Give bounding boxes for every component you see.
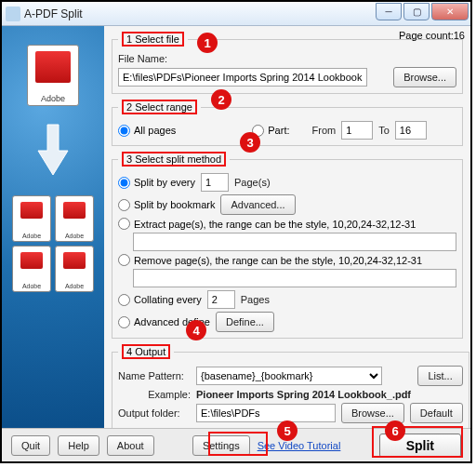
section-select-file: 1 Select file File Name: Browse... [112, 32, 463, 94]
annotation-1: 1 [197, 33, 218, 53]
legend-3: 3 Select split method [122, 152, 226, 167]
from-label: From [312, 125, 337, 136]
filename-input[interactable] [118, 68, 367, 87]
section-output: 4 Output Name Pattern: {basename}_{bookm… [112, 344, 469, 428]
outfolder-label: Output folder: [118, 407, 191, 419]
pdf-input-icon [27, 45, 79, 106]
example-label: Example: [118, 389, 191, 400]
split-every-suffix: Page(s) [234, 177, 271, 188]
define-button[interactable]: Define... [216, 312, 274, 332]
split-every-input[interactable] [201, 173, 229, 192]
client-area: Page count:16 1 Select file File Name: B… [2, 26, 470, 428]
legend-2: 2 Select range [122, 100, 197, 114]
about-button[interactable]: About [107, 435, 154, 456]
section-select-range: 2 Select range All pages Part: From To [112, 100, 463, 146]
legend-1: 1 Select file [122, 32, 184, 47]
arrow-down-icon [33, 123, 73, 179]
radio-all-pages[interactable]: All pages [118, 125, 176, 137]
radio-remove-input[interactable] [118, 254, 130, 266]
radio-extract-label: Extract page(s), the range can be the st… [134, 219, 416, 230]
collating-input[interactable] [207, 290, 235, 309]
extract-input[interactable] [133, 233, 456, 251]
maximize-button[interactable]: ▢ [403, 3, 430, 20]
window-buttons: ─ ▢ ✕ [374, 3, 469, 20]
page-count-value: 16 [454, 30, 465, 41]
browse-file-button[interactable]: Browse... [393, 67, 456, 87]
radio-advdefine-input[interactable] [118, 316, 130, 328]
page-count-label: Page count: [399, 30, 454, 41]
window-title: A-PDF Split [24, 7, 83, 20]
radio-all-pages-label: All pages [134, 125, 176, 136]
section-split-method: 3 Select split method Split by every Pag… [112, 152, 463, 339]
radio-extract[interactable]: Extract page(s), the range can be the st… [118, 218, 416, 230]
annotation-3: 3 [240, 132, 260, 153]
radio-collating-input[interactable] [118, 294, 130, 306]
annotation-6: 6 [385, 420, 405, 441]
name-pattern-label: Name Pattern: [118, 370, 191, 381]
list-button[interactable]: List... [417, 366, 462, 386]
page-count: Page count:16 [399, 30, 465, 41]
app-icon [6, 7, 20, 21]
advanced-button[interactable]: Advanced... [220, 194, 295, 215]
to-label: To [378, 125, 390, 136]
app-window: A-PDF Split ─ ▢ ✕ Page count:16 [0, 0, 472, 463]
outfolder-input[interactable] [196, 404, 336, 422]
titlebar: A-PDF Split ─ ▢ ✕ [2, 2, 470, 26]
to-input[interactable] [395, 121, 427, 140]
radio-collating-label: Collating every [134, 294, 202, 305]
radio-split-bookmark-input[interactable] [118, 199, 130, 211]
annotation-5: 5 [277, 420, 298, 441]
pdf-out-icon [55, 195, 94, 242]
pdf-output-icons [9, 195, 97, 292]
radio-split-bookmark-label: Split by bookmark [134, 199, 215, 210]
radio-all-pages-input[interactable] [118, 125, 130, 137]
help-button[interactable]: Help [58, 435, 99, 456]
radio-part-label: Part: [268, 125, 289, 136]
radio-extract-input[interactable] [118, 218, 130, 230]
collating-suffix: Pages [241, 294, 270, 305]
radio-split-bookmark[interactable]: Split by bookmark [118, 199, 215, 211]
default-button[interactable]: Default [410, 403, 463, 423]
radio-split-every-input[interactable] [118, 177, 130, 189]
tutorial-link[interactable]: See Video Tutorial [258, 440, 341, 451]
minimize-button[interactable]: ─ [376, 3, 402, 20]
radio-collating[interactable]: Collating every [118, 294, 202, 306]
legend-4: 4 Output [122, 344, 170, 359]
close-button[interactable]: ✕ [431, 3, 469, 20]
annotation-2: 2 [211, 89, 231, 110]
remove-input[interactable] [133, 269, 456, 287]
radio-remove[interactable]: Remove page(s), the range can be the sty… [118, 254, 422, 266]
radio-part[interactable]: Part: [252, 125, 289, 137]
sidebar [2, 26, 104, 428]
from-input[interactable] [341, 121, 373, 140]
example-value: Pioneer Imports Spring 2014 Lookbook_.pd… [196, 389, 411, 400]
name-pattern-select[interactable]: {basename}_{bookmark} [196, 367, 382, 385]
pdf-out-icon [12, 246, 51, 292]
pdf-out-icon [12, 195, 51, 242]
radio-split-every[interactable]: Split by every [118, 177, 195, 189]
settings-button[interactable]: Settings [192, 435, 250, 456]
filename-label: File Name: [118, 53, 167, 64]
quit-button[interactable]: Quit [11, 435, 50, 456]
main-panel: Page count:16 1 Select file File Name: B… [104, 26, 470, 428]
radio-split-every-label: Split by every [134, 177, 195, 188]
pdf-out-icon [55, 246, 94, 292]
annotation-4: 4 [186, 320, 206, 340]
radio-remove-label: Remove page(s), the range can be the sty… [134, 255, 422, 266]
